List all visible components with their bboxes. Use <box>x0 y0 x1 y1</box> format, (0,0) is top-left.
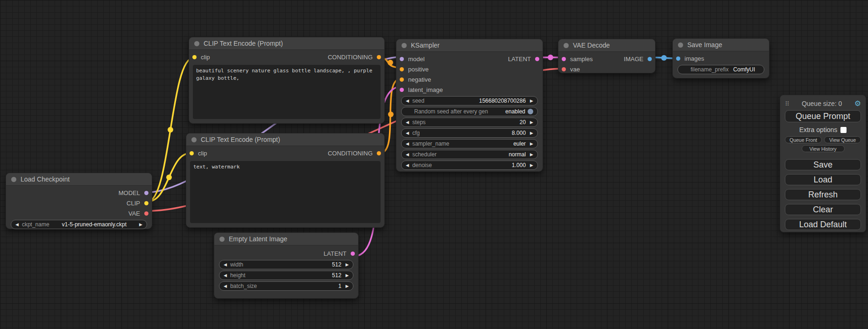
arrow-right-icon[interactable]: ▶ <box>139 223 142 227</box>
samples-input-dot[interactable] <box>562 57 566 61</box>
node-load-checkpoint[interactable]: Load Checkpoint MODEL CLIP VAE ◀ ckpt_na… <box>6 173 152 229</box>
slot-label: IMAGE <box>624 56 643 63</box>
gear-icon[interactable]: ⚙ <box>854 100 861 107</box>
refresh-button[interactable]: Refresh <box>785 189 861 200</box>
latent-image-input-dot[interactable] <box>400 88 404 92</box>
conditioning-output-dot[interactable] <box>377 151 381 155</box>
input-slot-samples: samples IMAGE <box>558 54 655 64</box>
node-titlebar[interactable]: Empty Latent Image <box>214 233 358 245</box>
filename-prefix-widget[interactable]: filename_prefix ComfyUI <box>677 65 764 74</box>
vae-output-dot[interactable] <box>144 211 148 216</box>
wire-dot <box>166 175 172 180</box>
arrow-right-icon[interactable]: ▶ <box>530 153 533 157</box>
positive-input-dot[interactable] <box>400 67 404 71</box>
extra-options-checkbox[interactable] <box>840 127 847 133</box>
latent-output-dot[interactable] <box>535 57 539 61</box>
ckpt-name-widget[interactable]: ◀ ckpt_name v1-5-pruned-emaonly.ckpt ▶ <box>11 220 147 229</box>
collapse-dot-icon[interactable] <box>402 43 407 48</box>
vae-input-dot[interactable] <box>562 67 566 71</box>
slot-label: vae <box>570 66 580 73</box>
collapse-dot-icon[interactable] <box>191 137 197 142</box>
arrow-right-icon[interactable]: ▶ <box>530 99 533 103</box>
arrow-right-icon[interactable]: ▶ <box>530 120 533 125</box>
queue-size-label: Queue size: 0 <box>790 100 854 107</box>
arrow-right-icon[interactable]: ▶ <box>346 284 349 288</box>
arrow-left-icon[interactable]: ◀ <box>406 153 409 157</box>
arrow-left-icon[interactable]: ◀ <box>406 120 409 125</box>
scheduler-widget[interactable]: ◀ scheduler normal ▶ <box>401 150 538 159</box>
collapse-dot-icon[interactable] <box>11 177 16 182</box>
steps-widget[interactable]: ◀ steps 20 ▶ <box>401 118 538 127</box>
load-default-button[interactable]: Load Default <box>785 219 861 230</box>
node-ksampler[interactable]: KSampler model LATENT positive negative … <box>396 39 543 172</box>
arrow-right-icon[interactable]: ▶ <box>346 273 349 278</box>
view-queue-button[interactable]: View Queue <box>824 136 861 143</box>
negative-input-dot[interactable] <box>400 77 404 82</box>
node-titlebar[interactable]: CLIP Text Encode (Prompt) <box>189 37 384 50</box>
node-titlebar[interactable]: KSampler <box>396 39 543 52</box>
latent-output-dot[interactable] <box>351 252 355 256</box>
arrow-left-icon[interactable]: ◀ <box>406 142 409 146</box>
view-history-button[interactable]: View History <box>802 145 845 152</box>
slot-label: clip <box>201 54 210 61</box>
node-titlebar[interactable]: Load Checkpoint <box>6 173 152 186</box>
width-widget[interactable]: ◀ width 512 ▶ <box>219 260 353 269</box>
arrow-left-icon[interactable]: ◀ <box>224 284 227 288</box>
clip-input-dot[interactable] <box>190 151 194 155</box>
node-titlebar[interactable]: CLIP Text Encode (Prompt) <box>186 133 384 146</box>
arrow-left-icon[interactable]: ◀ <box>406 163 409 168</box>
node-empty-latent-image[interactable]: Empty Latent Image LATENT ◀ width 512 ▶ … <box>214 232 359 299</box>
queue-prompt-button[interactable]: Queue Prompt <box>785 110 861 122</box>
drag-handle-icon[interactable]: ⠿ <box>785 100 790 107</box>
load-button[interactable]: Load <box>785 174 861 185</box>
save-button[interactable]: Save <box>785 159 861 170</box>
clear-button[interactable]: Clear <box>785 204 861 215</box>
conditioning-output-dot[interactable] <box>377 55 381 59</box>
arrow-right-icon[interactable]: ▶ <box>530 131 533 135</box>
arrow-right-icon[interactable]: ▶ <box>530 163 533 168</box>
extra-options-row: Extra options <box>785 125 861 135</box>
arrow-left-icon[interactable]: ◀ <box>406 99 409 103</box>
batch-size-widget[interactable]: ◀ batch_size 1 ▶ <box>219 281 353 291</box>
node-vae-decode[interactable]: VAE Decode samples IMAGE vae <box>558 39 656 73</box>
queue-panel[interactable]: ⠿ Queue size: 0 ⚙ Queue Prompt Extra opt… <box>780 95 866 232</box>
collapse-dot-icon[interactable] <box>219 237 225 242</box>
node-titlebar[interactable]: VAE Decode <box>558 39 655 52</box>
model-output-dot[interactable] <box>144 191 148 195</box>
prompt-textarea[interactable]: text, watermark <box>190 161 381 223</box>
comfyui-canvas[interactable]: { "colors": { "clip": "#fdd835", "model"… <box>0 0 868 329</box>
clip-input-dot[interactable] <box>192 55 197 59</box>
node-save-image[interactable]: Save Image images filename_prefix ComfyU… <box>672 38 769 78</box>
arrow-left-icon[interactable]: ◀ <box>406 131 409 135</box>
slot-label: MODEL <box>119 189 140 196</box>
model-input-dot[interactable] <box>400 57 404 61</box>
image-output-dot[interactable] <box>648 57 652 61</box>
sampler-name-widget[interactable]: ◀ sampler_name euler ▶ <box>401 139 538 148</box>
arrow-left-icon[interactable]: ◀ <box>224 263 227 267</box>
output-slot-latent: LATENT <box>214 248 358 259</box>
node-titlebar[interactable]: Save Image <box>673 39 769 51</box>
arrow-right-icon[interactable]: ▶ <box>346 263 349 267</box>
arrow-left-icon[interactable]: ◀ <box>15 223 19 227</box>
toggle-dot-icon[interactable] <box>528 109 533 114</box>
collapse-dot-icon[interactable] <box>194 41 199 46</box>
images-input-dot[interactable] <box>676 56 680 61</box>
cfg-widget[interactable]: ◀ cfg 8.000 ▶ <box>401 128 538 138</box>
node-clip-text-encode-positive[interactable]: CLIP Text Encode (Prompt) clip CONDITION… <box>189 37 385 124</box>
collapse-dot-icon[interactable] <box>564 43 569 48</box>
node-clip-text-encode-negative[interactable]: CLIP Text Encode (Prompt) clip CONDITION… <box>186 133 385 228</box>
random-seed-toggle[interactable]: Random seed after every gen enabled <box>401 107 538 116</box>
slot-label: images <box>685 55 704 62</box>
slot-label: negative <box>408 76 431 83</box>
queue-front-button[interactable]: Queue Front <box>785 136 822 143</box>
node-title-label: CLIP Text Encode (Prompt) <box>201 136 280 143</box>
collapse-dot-icon[interactable] <box>678 42 683 48</box>
clip-output-dot[interactable] <box>144 201 148 205</box>
height-widget[interactable]: ◀ height 512 ▶ <box>219 271 353 280</box>
widget-value: euler <box>513 140 526 147</box>
denoise-widget[interactable]: ◀ denoise 1.000 ▶ <box>401 161 538 170</box>
arrow-right-icon[interactable]: ▶ <box>530 142 533 146</box>
prompt-textarea[interactable]: beautiful scenery nature glass bottle la… <box>193 65 381 119</box>
arrow-left-icon[interactable]: ◀ <box>224 273 227 278</box>
seed-widget[interactable]: ◀ seed 156680208700286 ▶ <box>401 96 538 105</box>
